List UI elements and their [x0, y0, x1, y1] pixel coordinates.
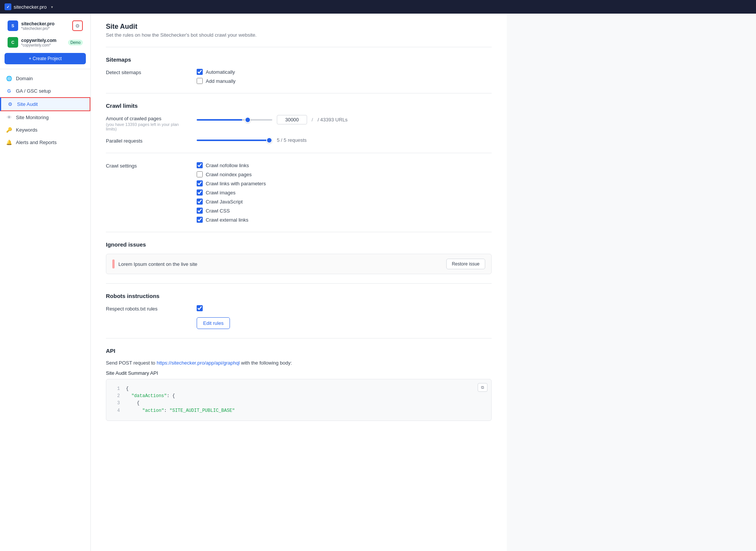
project-info-copywritely: copywritely.com *copywritely.com* — [21, 38, 65, 47]
sidebar-item-site-audit[interactable]: ⚙ Site Audit — [0, 97, 90, 111]
crawl-settings-controls: Crawl nofollow links Crawl noindex pages… — [197, 162, 266, 223]
sidebar-item-domain[interactable]: 🌐 Domain — [0, 72, 90, 85]
settings-gear-button[interactable]: ⚙ — [72, 20, 83, 31]
crawl-js-option[interactable]: Crawl JavaScript — [197, 199, 266, 205]
nav-divider — [0, 69, 90, 69]
crawl-pages-slider[interactable] — [197, 119, 272, 121]
sidebar-item-label-keywords: Keywords — [16, 127, 37, 133]
crawl-css-label: Crawl CSS — [206, 208, 230, 214]
parallel-requests-row: Parallel requests 5 / 5 requests — [106, 137, 492, 144]
respect-robots-checkbox[interactable] — [197, 305, 203, 311]
respect-robots-option[interactable] — [197, 305, 230, 311]
parallel-requests-label: Parallel requests — [106, 137, 182, 144]
crawl-limits-section-title: Crawl limits — [106, 102, 492, 109]
crawl-params-option[interactable]: Crawl links with parameters — [197, 180, 266, 186]
crawl-js-checkbox[interactable] — [197, 199, 203, 205]
demo-badge: Demo — [68, 40, 83, 45]
crawl-external-option[interactable]: Crawl external links — [197, 217, 266, 223]
sidebar-project-sitechecker[interactable]: S sitechecker.pro *sitechecker.pro* ⚙ — [3, 18, 87, 33]
create-project-button[interactable]: + Create Project — [5, 53, 86, 64]
crawl-external-label: Crawl external links — [206, 217, 248, 223]
project-icon-copywritely: C — [8, 37, 18, 48]
crawl-images-option[interactable]: Crawl images — [197, 189, 266, 196]
sidebar-project-copywritely[interactable]: C copywritely.com *copywritely.com* Demo — [3, 35, 87, 50]
code-line-1: 1 { — [112, 385, 485, 393]
app-layout: S sitechecker.pro *sitechecker.pro* ⚙ C … — [0, 14, 756, 551]
ignored-issue-item: Lorem Ipsum content on the live site Res… — [106, 254, 492, 274]
main-content: Site Audit Set the rules on how the Site… — [91, 14, 756, 551]
site-name: sitechecker.pro — [14, 4, 47, 10]
crawl-images-checkbox[interactable] — [197, 189, 203, 196]
detect-sitemaps-label: Detect sitemaps — [106, 69, 182, 75]
crawl-images-label: Crawl images — [206, 190, 236, 196]
project-info-sitechecker: sitechecker.pro *sitechecker.pro* — [21, 21, 69, 31]
add-manually-label: Add manually — [206, 78, 236, 84]
api-summary-label: Site Audit Summary API — [106, 370, 492, 376]
sidebar-item-ga-gsc[interactable]: G GA / GSC setup — [0, 85, 90, 97]
crawl-noindex-label: Crawl noindex pages — [206, 172, 251, 177]
crawl-external-checkbox[interactable] — [197, 217, 203, 223]
crawled-pages-label: Amount of crawled pages (you have 13393 … — [106, 115, 182, 131]
sidebar-item-keywords[interactable]: 🔑 Keywords — [0, 124, 90, 136]
crawl-noindex-checkbox[interactable] — [197, 171, 203, 177]
api-section-title: API — [106, 348, 492, 354]
alerts-icon: 🔔 — [6, 140, 12, 145]
sidebar-item-label-site-audit: Site Audit — [17, 101, 38, 107]
restore-issue-button[interactable]: Restore issue — [446, 259, 485, 269]
crawl-nofollow-label: Crawl nofollow links — [206, 163, 249, 168]
crawl-js-label: Crawl JavaScript — [206, 199, 243, 205]
copy-code-button[interactable]: ⧉ — [478, 383, 487, 392]
topbar-chevron-icon: ▾ — [51, 5, 53, 9]
page-title: Site Audit — [106, 23, 492, 31]
topbar: ✓ sitechecker.pro ▾ — [0, 0, 756, 14]
site-audit-icon: ⚙ — [7, 101, 13, 107]
crawl-settings-label: Crawl settings — [106, 162, 182, 169]
project-icon-sitechecker: S — [8, 20, 18, 31]
crawl-nofollow-checkbox[interactable] — [197, 162, 203, 168]
crawl-pages-total: / 43393 URLs — [318, 117, 348, 123]
robots-row: Respect robots.txt rules Edit rules — [106, 305, 492, 329]
crawl-settings-row: Crawl settings Crawl nofollow links Craw… — [106, 162, 492, 223]
parallel-slider-row: 5 / 5 requests — [197, 137, 307, 143]
sidebar-item-label-alerts: Alerts and Reports — [16, 140, 57, 145]
automatically-label: Automatically — [206, 69, 235, 75]
robots-label: Respect robots.txt rules — [106, 305, 182, 312]
robots-section-title: Robots instructions — [106, 293, 492, 299]
ignored-issues-section-title: Ignored issues — [106, 241, 492, 248]
automatically-option[interactable]: Automatically — [197, 69, 236, 75]
topbar-logo[interactable]: ✓ sitechecker.pro ▾ — [5, 3, 53, 10]
crawl-pages-value-input[interactable] — [277, 115, 307, 124]
code-line-2: 2 "dataActions": { — [112, 393, 485, 400]
code-line-4: 4 "action": "SITE_AUDIT_PUBLIC_BASE" — [112, 407, 485, 414]
sidebar-item-label-ga: GA / GSC setup — [16, 88, 51, 94]
api-description: Send POST request to https://sitechecker… — [106, 360, 492, 366]
issue-severity-bar — [112, 259, 115, 269]
automatically-checkbox[interactable] — [197, 69, 203, 75]
issue-text: Lorem Ipsum content on the live site — [118, 261, 197, 267]
parallel-requests-slider[interactable] — [197, 140, 272, 141]
crawl-params-label: Crawl links with parameters — [206, 181, 266, 186]
crawl-css-option[interactable]: Crawl CSS — [197, 208, 266, 214]
ga-icon: G — [6, 88, 12, 94]
detect-sitemaps-row: Detect sitemaps Automatically Add manual… — [106, 69, 492, 84]
add-manually-checkbox[interactable] — [197, 78, 203, 84]
crawl-params-checkbox[interactable] — [197, 180, 203, 186]
sidebar-item-label-monitoring: Site Monitoring — [16, 115, 49, 120]
logo-icon: ✓ — [5, 3, 11, 10]
parallel-requests-value: 5 / 5 requests — [277, 137, 307, 143]
page-subtitle: Set the rules on how the Sitechecker's b… — [106, 32, 492, 38]
sitemaps-controls: Automatically Add manually — [197, 69, 236, 84]
crawled-pages-row: Amount of crawled pages (you have 13393 … — [106, 115, 492, 131]
crawl-nofollow-option[interactable]: Crawl nofollow links — [197, 162, 266, 168]
sidebar-item-site-monitoring[interactable]: 👁 Site Monitoring — [0, 111, 90, 124]
crawl-css-checkbox[interactable] — [197, 208, 203, 214]
crawl-pages-slider-row: / / 43393 URLs — [197, 115, 348, 124]
edit-rules-button[interactable]: Edit rules — [197, 317, 230, 329]
sidebar: S sitechecker.pro *sitechecker.pro* ⚙ C … — [0, 14, 91, 551]
api-url-link[interactable]: https://sitechecker.pro/app/api/graphql — [157, 360, 240, 366]
parallel-requests-controls: 5 / 5 requests — [197, 137, 307, 143]
site-monitoring-icon: 👁 — [6, 115, 12, 120]
crawl-noindex-option[interactable]: Crawl noindex pages — [197, 171, 266, 177]
sidebar-item-alerts-reports[interactable]: 🔔 Alerts and Reports — [0, 136, 90, 149]
add-manually-option[interactable]: Add manually — [197, 78, 236, 84]
